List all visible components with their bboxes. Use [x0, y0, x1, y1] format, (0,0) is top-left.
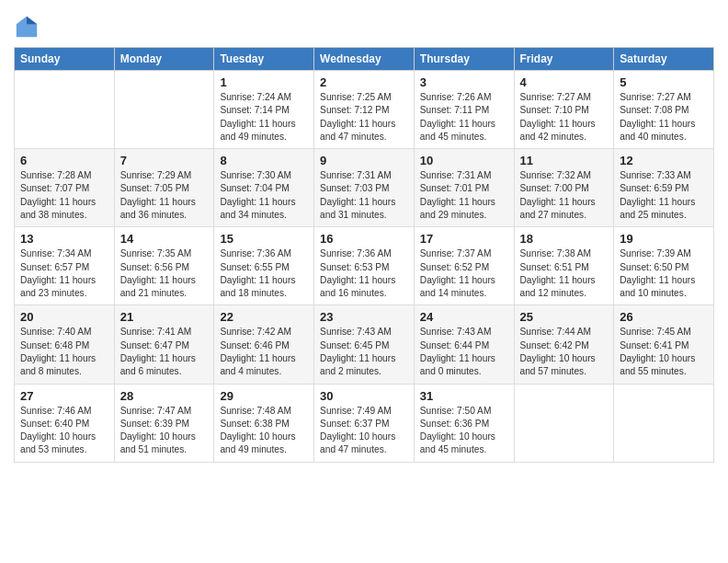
- cell-2-1: 14Sunrise: 7:35 AMSunset: 6:56 PMDayligh…: [114, 227, 214, 305]
- cell-2-0: 13Sunrise: 7:34 AMSunset: 6:57 PMDayligh…: [15, 227, 115, 305]
- svg-marker-1: [27, 17, 37, 24]
- cell-4-1: 28Sunrise: 7:47 AMSunset: 6:39 PMDayligh…: [114, 384, 214, 462]
- day-number: 15: [220, 232, 308, 246]
- day-number: 24: [420, 310, 508, 324]
- day-info: Sunrise: 7:41 AMSunset: 6:47 PMDaylight:…: [120, 326, 209, 378]
- day-number: 30: [320, 389, 408, 403]
- cell-0-2: 1Sunrise: 7:24 AMSunset: 7:14 PMDaylight…: [214, 71, 314, 149]
- day-number: 6: [20, 154, 108, 167]
- day-info: Sunrise: 7:27 AMSunset: 7:08 PMDaylight:…: [620, 91, 708, 144]
- day-info: Sunrise: 7:40 AMSunset: 6:48 PMDaylight:…: [20, 326, 108, 378]
- day-info: Sunrise: 7:50 AMSunset: 6:36 PMDaylight:…: [420, 405, 508, 457]
- cell-4-6: [614, 384, 714, 462]
- day-number: 28: [120, 389, 209, 403]
- week-row-1: 1Sunrise: 7:24 AMSunset: 7:14 PMDaylight…: [15, 71, 714, 149]
- day-number: 25: [520, 310, 609, 324]
- cell-3-6: 26Sunrise: 7:45 AMSunset: 6:41 PMDayligh…: [614, 305, 714, 384]
- cell-0-6: 5Sunrise: 7:27 AMSunset: 7:08 PMDaylight…: [614, 71, 714, 149]
- day-number: 31: [420, 389, 508, 403]
- calendar-header: SundayMondayTuesdayWednesdayThursdayFrid…: [15, 48, 714, 71]
- header-tuesday: Tuesday: [214, 48, 314, 71]
- day-info: Sunrise: 7:44 AMSunset: 6:42 PMDaylight:…: [520, 326, 609, 378]
- day-info: Sunrise: 7:31 AMSunset: 7:01 PMDaylight:…: [420, 169, 508, 222]
- cell-4-0: 27Sunrise: 7:46 AMSunset: 6:40 PMDayligh…: [15, 384, 115, 462]
- calendar-table: SundayMondayTuesdayWednesdayThursdayFrid…: [14, 47, 714, 463]
- day-info: Sunrise: 7:34 AMSunset: 6:57 PMDaylight:…: [20, 247, 108, 300]
- day-info: Sunrise: 7:42 AMSunset: 6:46 PMDaylight:…: [220, 326, 308, 378]
- day-number: 14: [120, 232, 209, 246]
- day-number: 23: [320, 310, 408, 324]
- page-header: [14, 9, 714, 40]
- day-info: Sunrise: 7:31 AMSunset: 7:03 PMDaylight:…: [320, 169, 408, 222]
- cell-2-3: 16Sunrise: 7:36 AMSunset: 6:53 PMDayligh…: [314, 227, 415, 305]
- cell-1-2: 8Sunrise: 7:30 AMSunset: 7:04 PMDaylight…: [214, 149, 314, 227]
- day-info: Sunrise: 7:26 AMSunset: 7:11 PMDaylight:…: [420, 91, 508, 144]
- cell-3-1: 21Sunrise: 7:41 AMSunset: 6:47 PMDayligh…: [114, 305, 214, 384]
- day-number: 20: [20, 310, 108, 324]
- cell-4-5: [514, 384, 614, 462]
- day-info: Sunrise: 7:38 AMSunset: 6:51 PMDaylight:…: [520, 247, 609, 300]
- day-info: Sunrise: 7:25 AMSunset: 7:12 PMDaylight:…: [320, 91, 408, 144]
- cell-4-4: 31Sunrise: 7:50 AMSunset: 6:36 PMDayligh…: [414, 384, 514, 462]
- week-row-2: 6Sunrise: 7:28 AMSunset: 7:07 PMDaylight…: [15, 149, 714, 227]
- day-number: 26: [620, 310, 708, 324]
- day-info: Sunrise: 7:36 AMSunset: 6:55 PMDaylight:…: [220, 247, 308, 300]
- cell-2-5: 18Sunrise: 7:38 AMSunset: 6:51 PMDayligh…: [514, 227, 614, 305]
- cell-2-2: 15Sunrise: 7:36 AMSunset: 6:55 PMDayligh…: [214, 227, 314, 305]
- day-number: 11: [520, 154, 609, 167]
- header-monday: Monday: [114, 48, 214, 71]
- day-number: 12: [620, 154, 708, 167]
- day-number: 4: [520, 75, 609, 89]
- header-sunday: Sunday: [15, 48, 115, 71]
- header-wednesday: Wednesday: [314, 48, 415, 71]
- day-number: 9: [320, 154, 408, 167]
- day-info: Sunrise: 7:49 AMSunset: 6:37 PMDaylight:…: [320, 405, 408, 457]
- day-info: Sunrise: 7:46 AMSunset: 6:40 PMDaylight:…: [20, 405, 108, 457]
- cell-1-6: 12Sunrise: 7:33 AMSunset: 6:59 PMDayligh…: [614, 149, 714, 227]
- calendar-body: 1Sunrise: 7:24 AMSunset: 7:14 PMDaylight…: [15, 71, 714, 463]
- day-number: 8: [220, 154, 308, 167]
- cell-2-4: 17Sunrise: 7:37 AMSunset: 6:52 PMDayligh…: [414, 227, 514, 305]
- day-number: 18: [520, 232, 609, 246]
- cell-1-0: 6Sunrise: 7:28 AMSunset: 7:07 PMDaylight…: [15, 149, 115, 227]
- cell-3-2: 22Sunrise: 7:42 AMSunset: 6:46 PMDayligh…: [214, 305, 314, 384]
- cell-0-0: [15, 71, 115, 149]
- day-number: 21: [120, 310, 209, 324]
- day-number: 17: [420, 232, 508, 246]
- day-info: Sunrise: 7:37 AMSunset: 6:52 PMDaylight:…: [420, 247, 508, 300]
- day-info: Sunrise: 7:43 AMSunset: 6:45 PMDaylight:…: [320, 326, 408, 378]
- day-number: 29: [220, 389, 308, 403]
- header-saturday: Saturday: [614, 48, 714, 71]
- week-row-3: 13Sunrise: 7:34 AMSunset: 6:57 PMDayligh…: [15, 227, 714, 305]
- cell-3-5: 25Sunrise: 7:44 AMSunset: 6:42 PMDayligh…: [514, 305, 614, 384]
- cell-1-3: 9Sunrise: 7:31 AMSunset: 7:03 PMDaylight…: [314, 149, 415, 227]
- day-info: Sunrise: 7:24 AMSunset: 7:14 PMDaylight:…: [220, 91, 308, 144]
- logo: [14, 14, 43, 40]
- day-info: Sunrise: 7:27 AMSunset: 7:10 PMDaylight:…: [520, 91, 609, 144]
- week-row-4: 20Sunrise: 7:40 AMSunset: 6:48 PMDayligh…: [15, 305, 714, 384]
- week-row-5: 27Sunrise: 7:46 AMSunset: 6:40 PMDayligh…: [15, 384, 714, 462]
- cell-2-6: 19Sunrise: 7:39 AMSunset: 6:50 PMDayligh…: [614, 227, 714, 305]
- cell-0-1: [114, 71, 214, 149]
- cell-4-3: 30Sunrise: 7:49 AMSunset: 6:37 PMDayligh…: [314, 384, 415, 462]
- cell-0-3: 2Sunrise: 7:25 AMSunset: 7:12 PMDaylight…: [314, 71, 415, 149]
- day-number: 1: [220, 75, 308, 89]
- cell-3-4: 24Sunrise: 7:43 AMSunset: 6:44 PMDayligh…: [414, 305, 514, 384]
- day-number: 3: [420, 75, 508, 89]
- day-number: 13: [20, 232, 108, 246]
- day-info: Sunrise: 7:45 AMSunset: 6:41 PMDaylight:…: [620, 326, 708, 378]
- day-info: Sunrise: 7:29 AMSunset: 7:05 PMDaylight:…: [120, 169, 209, 222]
- day-number: 5: [620, 75, 708, 89]
- day-info: Sunrise: 7:33 AMSunset: 6:59 PMDaylight:…: [620, 169, 708, 222]
- day-info: Sunrise: 7:30 AMSunset: 7:04 PMDaylight:…: [220, 169, 308, 222]
- header-thursday: Thursday: [414, 48, 514, 71]
- day-info: Sunrise: 7:32 AMSunset: 7:00 PMDaylight:…: [520, 169, 609, 222]
- cell-1-1: 7Sunrise: 7:29 AMSunset: 7:05 PMDaylight…: [114, 149, 214, 227]
- logo-icon: [14, 14, 40, 40]
- day-info: Sunrise: 7:39 AMSunset: 6:50 PMDaylight:…: [620, 247, 708, 300]
- day-number: 19: [620, 232, 708, 246]
- day-number: 2: [320, 75, 408, 89]
- cell-3-0: 20Sunrise: 7:40 AMSunset: 6:48 PMDayligh…: [15, 305, 115, 384]
- header-friday: Friday: [514, 48, 614, 71]
- day-info: Sunrise: 7:36 AMSunset: 6:53 PMDaylight:…: [320, 247, 408, 300]
